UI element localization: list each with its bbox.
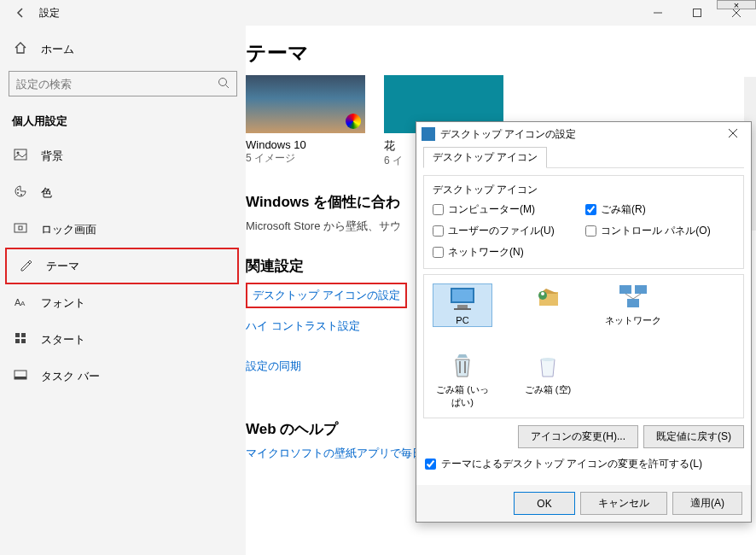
icon-item-network[interactable]: ネットワーク xyxy=(603,283,663,327)
checkbox-label: コンピューター(M) xyxy=(448,202,535,217)
taskbar-icon xyxy=(14,368,31,384)
restore-defaults-button[interactable]: 既定値に戻す(S) xyxy=(643,425,744,448)
svg-rect-9 xyxy=(15,224,26,232)
color-icon xyxy=(14,184,31,201)
dialog-close-button[interactable] xyxy=(720,128,746,140)
sidebar-item-タスク バー[interactable]: タスク バー xyxy=(0,358,246,394)
theme-icon xyxy=(19,258,36,274)
checkbox-label: ネットワーク(N) xyxy=(448,245,524,260)
dialog-titlebar[interactable]: デスクトップ アイコンの設定 xyxy=(416,122,751,146)
apply-button[interactable]: 適用(A) xyxy=(672,492,742,515)
titlebar: 設定 xyxy=(0,0,756,26)
checkbox-label: コントロール パネル(O) xyxy=(601,224,711,238)
svg-rect-22 xyxy=(454,308,471,310)
bin-empty-icon xyxy=(531,353,565,380)
related-link[interactable]: デスクトップ アイコンの設定 xyxy=(246,283,407,308)
sidebar-item-背景[interactable]: 背景 xyxy=(0,137,246,174)
svg-point-2 xyxy=(219,78,227,85)
svg-rect-21 xyxy=(457,305,468,308)
home-link[interactable]: ホーム xyxy=(0,32,246,66)
section-label: 個人用設定 xyxy=(0,108,246,137)
theme-count: 5 イメージ xyxy=(246,151,365,166)
sidebar-item-テーマ[interactable]: テーマ xyxy=(5,248,239,284)
tab-strip: デスクトップ アイコン xyxy=(423,146,744,168)
desktop-icon-group: デスクトップ アイコン コンピューター(M)ごみ箱(R)ユーザーのファイル(U)… xyxy=(423,175,744,269)
svg-point-33 xyxy=(541,358,555,361)
sidebar-item-スタート[interactable]: スタート xyxy=(0,321,246,358)
dialog-icon xyxy=(422,127,435,141)
icon-item-bin-empty[interactable]: ごみ箱 (空) xyxy=(518,353,578,409)
checkbox[interactable] xyxy=(585,225,596,237)
svg-rect-18 xyxy=(15,377,26,379)
change-icon-button[interactable]: アイコンの変更(H)... xyxy=(518,425,638,448)
svg-point-25 xyxy=(541,292,544,295)
theme-card[interactable]: Windows 105 イメージ xyxy=(246,75,365,168)
cancel-button[interactable]: キャンセル xyxy=(580,492,667,515)
minimize-button[interactable] xyxy=(638,0,677,26)
checkbox-row[interactable]: ネットワーク(N) xyxy=(433,245,582,260)
svg-line-3 xyxy=(226,85,230,88)
sidebar-item-label: タスク バー xyxy=(41,369,100,384)
svg-text:A: A xyxy=(20,300,26,307)
sidebar-item-フォント[interactable]: AAフォント xyxy=(0,284,246,321)
icon-label: ネットワーク xyxy=(603,314,663,327)
theme-name: Windows 10 xyxy=(246,138,365,151)
svg-rect-31 xyxy=(459,361,461,373)
maximize-button[interactable] xyxy=(677,0,717,26)
pc-icon xyxy=(445,284,480,312)
desktop-icon-settings-dialog: デスクトップ アイコンの設定 デスクトップ アイコン デスクトップ アイコン コ… xyxy=(416,121,752,523)
svg-rect-1 xyxy=(694,9,701,17)
checkbox[interactable] xyxy=(433,225,444,237)
checkbox-row[interactable]: ごみ箱(R) xyxy=(585,202,735,217)
sidebar-item-色[interactable]: 色 xyxy=(0,174,246,211)
search-icon xyxy=(218,77,230,91)
colorwheel-icon xyxy=(346,114,361,129)
checkbox-row[interactable]: コンピューター(M) xyxy=(433,202,582,217)
allow-theme-label: テーマによるデスクトップ アイコンの変更を許可する(L) xyxy=(441,457,702,471)
icon-preview-box: PCネットワークごみ箱 (いっぱい)ごみ箱 (空) xyxy=(423,274,744,418)
icon-item-bin-full[interactable]: ごみ箱 (いっぱい) xyxy=(433,353,492,409)
svg-rect-15 xyxy=(15,339,20,343)
home-label: ホーム xyxy=(41,42,74,57)
search-input[interactable] xyxy=(16,78,218,91)
ok-button[interactable]: OK xyxy=(514,492,575,515)
svg-line-29 xyxy=(625,294,633,299)
allow-theme-checkbox[interactable] xyxy=(425,459,436,470)
icon-label: PC xyxy=(433,315,491,325)
sidebar-item-label: ロック画面 xyxy=(41,222,96,237)
checkbox[interactable] xyxy=(433,204,444,215)
bin-full-icon xyxy=(445,353,480,380)
svg-rect-13 xyxy=(15,333,20,337)
svg-rect-4 xyxy=(15,149,26,160)
checkbox[interactable] xyxy=(585,204,596,215)
svg-rect-14 xyxy=(21,333,26,337)
back-button[interactable] xyxy=(7,0,34,26)
checkbox-row[interactable]: コントロール パネル(O) xyxy=(585,224,735,238)
user-icon xyxy=(531,283,565,311)
svg-rect-16 xyxy=(21,339,26,343)
checkbox-label: ユーザーのファイル(U) xyxy=(448,224,555,238)
icon-label: ごみ箱 (いっぱい) xyxy=(433,383,492,409)
svg-rect-10 xyxy=(19,226,22,230)
svg-point-6 xyxy=(17,189,19,190)
svg-point-7 xyxy=(17,192,19,194)
sidebar-item-label: 背景 xyxy=(41,149,63,164)
checkbox-label: ごみ箱(R) xyxy=(601,202,646,217)
orange-close-button[interactable]: × xyxy=(717,0,756,9)
search-box[interactable] xyxy=(9,71,237,96)
group-legend: デスクトップ アイコン xyxy=(433,183,735,197)
sidebar: ホーム 個人用設定 背景色ロック画面テーマAAフォントスタートタスク バー xyxy=(0,26,246,555)
home-icon xyxy=(14,41,31,57)
sidebar-item-ロック画面[interactable]: ロック画面 xyxy=(0,211,246,248)
sidebar-item-label: スタート xyxy=(41,332,85,348)
checkbox[interactable] xyxy=(433,247,444,258)
sidebar-item-label: テーマ xyxy=(46,259,79,274)
theme-thumb xyxy=(246,75,365,133)
icon-item-pc[interactable]: PC xyxy=(433,283,492,327)
window-title: 設定 xyxy=(34,6,638,20)
tab-desktop-icons[interactable]: デスクトップ アイコン xyxy=(423,147,547,168)
svg-rect-28 xyxy=(627,299,639,307)
checkbox-row[interactable]: ユーザーのファイル(U) xyxy=(433,224,582,238)
sidebar-item-label: フォント xyxy=(41,295,85,311)
icon-item-user[interactable] xyxy=(518,283,578,327)
